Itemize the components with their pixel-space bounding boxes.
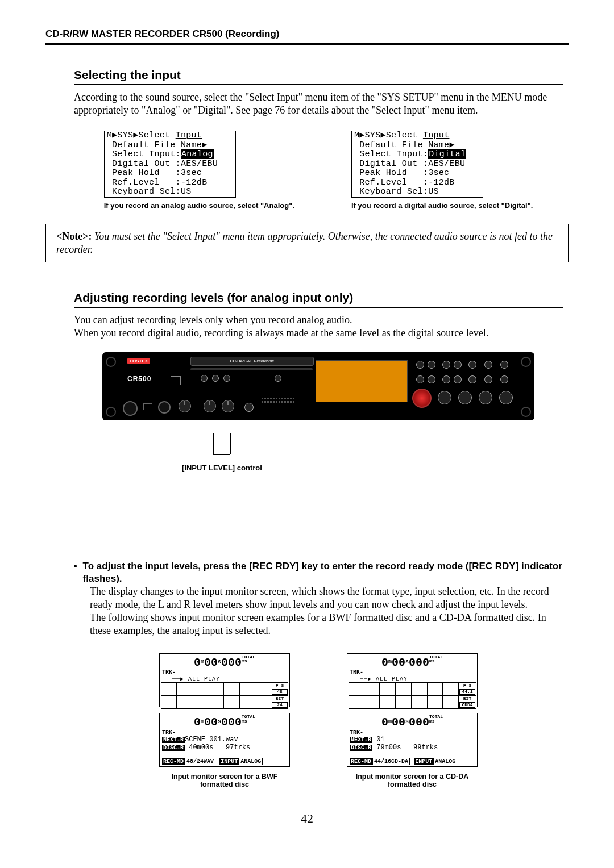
model-label: CR500 xyxy=(127,375,151,383)
input-level-r-knob xyxy=(222,400,234,412)
lcd-text: Input xyxy=(423,131,450,140)
disc-logo-icon xyxy=(171,376,181,385)
play-arrow: ──▶ ALL PLAY xyxy=(161,675,288,682)
section-rule xyxy=(74,84,563,85)
leader-line xyxy=(222,454,222,462)
screw-icon xyxy=(521,357,531,367)
monitor-bwf: 0m00s000TOTALms TRK- ──▶ ALL PLAY F S48 … xyxy=(159,653,290,788)
recmd-line: REC-MD48/24WAV INPUTANALOG xyxy=(161,757,288,765)
lcd-text: Digital Out :AES/EBU xyxy=(352,160,483,169)
bullet-title: To adjust the input levels, press the [R… xyxy=(83,560,563,585)
button-col xyxy=(454,375,462,384)
button-group xyxy=(273,375,283,382)
trk-label: TRK- xyxy=(349,669,476,675)
leader-line xyxy=(213,433,214,454)
monitor-panel-top: 0m00s000TOTALms TRK- ──▶ ALL PLAY F S48 … xyxy=(159,653,290,707)
cd-slot: CD-DA/BWF Recordable xyxy=(190,357,314,366)
record-button xyxy=(412,389,432,408)
button-col xyxy=(442,375,450,384)
callout-input-level: [INPUT LEVEL] control xyxy=(182,464,262,472)
note-box: <Note>: You must set the "Select Input" … xyxy=(45,224,569,262)
note-label: <Note>: xyxy=(56,231,92,242)
trk-label: TRK- xyxy=(161,729,288,736)
next-line: NEXT-RSCENE_001.wav xyxy=(161,736,288,744)
lcd-text: M▶SYS▶Select xyxy=(354,131,423,140)
lcd-text: Ref.Level :-12dB xyxy=(352,178,483,188)
panel-button xyxy=(212,375,219,382)
lcd-text: Digital Out :AES/EBU xyxy=(105,160,235,169)
time-readout: 0m00s000TOTALms xyxy=(161,715,288,729)
bullet-body: The display changes to the input monitor… xyxy=(90,585,563,611)
screw-icon xyxy=(106,357,116,367)
lcd-text: Keyboard Sel:US xyxy=(105,187,235,197)
lcd-text: Default File xyxy=(107,140,181,150)
lcd-text: Default File xyxy=(354,140,428,150)
lcd-text: Keyboard Sel:US xyxy=(352,187,483,197)
cd-mouth xyxy=(190,368,313,370)
lcd-digital: M▶SYS▶Select Input Default File Name▶ Se… xyxy=(351,131,483,198)
monitor-panel-top: 0m00s000TOTALms TRK- ──▶ ALL PLAY F S44.… xyxy=(347,653,478,707)
lcd-digital-block: M▶SYS▶Select Input Default File Name▶ Se… xyxy=(351,131,533,210)
button-col xyxy=(428,375,435,384)
lcd-text: Select Input: xyxy=(354,149,428,159)
panel-display xyxy=(316,360,408,402)
screw-icon xyxy=(521,407,531,417)
transport-buttons xyxy=(438,391,513,404)
lcd-selected-digital: Digital xyxy=(428,149,466,159)
button-col xyxy=(454,360,462,369)
monitor-caption-bwf: Input monitor screen for a BWF formatted… xyxy=(159,773,290,788)
lcd-screens-row: M▶SYS▶Select Input Default File Name▶ Se… xyxy=(74,131,563,210)
stop-button xyxy=(438,391,451,404)
running-head: CD-R/RW MASTER RECORDER CR500 (Recording… xyxy=(45,28,569,40)
disc-line: DISC-R 40m00s 97trks xyxy=(161,744,288,752)
disc-line: DISC-R 79m00s 99trks xyxy=(349,744,476,752)
lcd-analog-block: M▶SYS▶Select Input Default File Name▶ Se… xyxy=(104,131,294,210)
button-col xyxy=(500,360,508,369)
header-rule xyxy=(45,43,569,45)
play-arrow: ──▶ ALL PLAY xyxy=(349,675,476,682)
button-col xyxy=(416,375,424,384)
ffwd-button xyxy=(499,391,513,404)
trk-label: TRK- xyxy=(161,669,288,675)
button-col xyxy=(416,360,424,369)
button-col xyxy=(484,375,492,384)
rew-button xyxy=(479,391,492,404)
section-adjusting-title: Adjusting recording levels (for analog i… xyxy=(74,291,563,304)
bullet-body: The following shows input monitor screen… xyxy=(90,611,563,637)
lcd-text: Select Input: xyxy=(107,149,181,159)
time-readout: 0m00s000TOTALms xyxy=(349,655,476,669)
bullet-dot-icon: • xyxy=(74,560,77,585)
headphone-jack xyxy=(158,401,171,414)
level-grid: F S48 BIT24 xyxy=(161,682,288,706)
monitor-caption-cdda: Input monitor screen for a CD-DA formatt… xyxy=(347,773,478,788)
button-col xyxy=(468,360,476,369)
lcd-analog-caption: If you record an analog audio source, se… xyxy=(104,201,294,210)
section2-paragraph: You can adjust recording levels only whe… xyxy=(74,314,563,340)
level-meter xyxy=(262,401,294,403)
next-line: NEXT-R 01 xyxy=(349,736,476,744)
note-text: You must set the "Select Input" menu ite… xyxy=(56,231,553,255)
front-panel: FOSTEX CR500 CD-DA/BWF Recordable xyxy=(102,352,534,420)
screw-icon xyxy=(106,407,116,417)
recmd-line: REC-MD44/16CD-DA INPUTANALOG xyxy=(349,757,476,765)
lcd-text: Peak Hold :3sec xyxy=(105,169,235,178)
play-button xyxy=(458,391,472,404)
monitor-panel-bottom: 0m00s000TOTALms TRK- NEXT-RSCENE_001.wav… xyxy=(159,713,290,766)
page-number: 42 xyxy=(45,811,569,826)
lcd-text: Name xyxy=(428,140,449,150)
trk-label: TRK- xyxy=(349,729,476,736)
button-col xyxy=(442,360,450,369)
button-col xyxy=(428,360,435,369)
brand-logo: FOSTEX xyxy=(127,358,150,364)
lcd-text: Peak Hold :3sec xyxy=(352,169,483,178)
monitor-screens-row: 0m00s000TOTALms TRK- ──▶ ALL PLAY F S48 … xyxy=(74,653,563,788)
lcd-selected-analog: Analog xyxy=(181,149,214,159)
section-selecting-input-title: Selecting the input xyxy=(74,68,563,82)
usb-port-icon xyxy=(143,403,152,410)
button-col xyxy=(500,375,508,384)
monitor-cdda: 0m00s000TOTALms TRK- ──▶ ALL PLAY F S44.… xyxy=(347,653,478,788)
level-meter xyxy=(262,398,294,399)
power-button xyxy=(123,401,138,416)
button-col xyxy=(484,360,492,369)
time-readout: 0m00s000TOTALms xyxy=(349,715,476,729)
